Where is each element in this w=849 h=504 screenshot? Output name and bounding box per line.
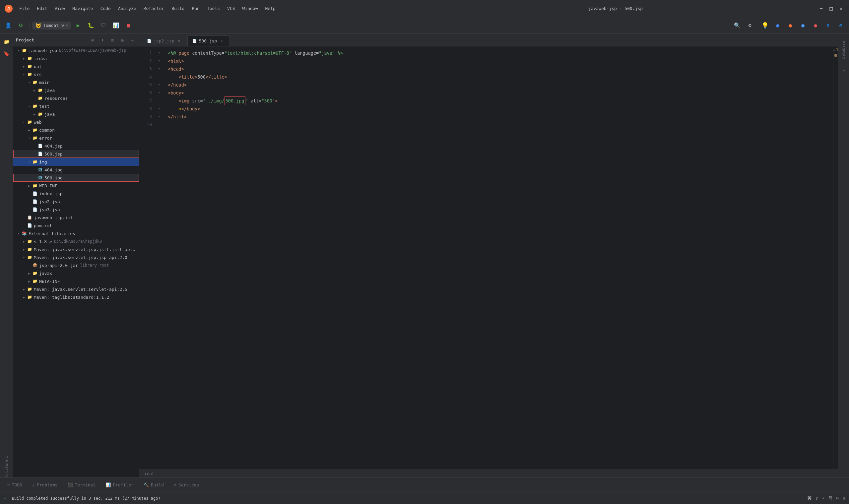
bookmark-icon[interactable]: 🔖 [1, 49, 12, 59]
panel-collapse-button[interactable]: ⬆ [98, 36, 106, 44]
stop-button[interactable]: ■ [123, 20, 134, 31]
code-line-9: </html> [168, 113, 828, 121]
tree-item-404jpg[interactable]: ▶ 🖼 404.jpg [13, 166, 139, 174]
menu-navigate[interactable]: Navigate [69, 5, 96, 12]
close-button[interactable]: ✕ [837, 5, 845, 13]
tree-item-img[interactable]: ▾ 📁 img [13, 158, 139, 166]
database-panel-label[interactable]: Database [842, 36, 846, 63]
panel-expand-button[interactable]: ≡ [108, 36, 116, 44]
bottom-tab-services[interactable]: ⚙ Services [169, 480, 204, 490]
tree-item-jspapi-jar[interactable]: ▶ 📦 jsp-api-2.0.jar library root [13, 261, 139, 269]
run-button[interactable]: ▶ [73, 20, 84, 31]
code-content[interactable]: <%@ page contentType="text/html;charset=… [163, 47, 833, 469]
run-configuration[interactable]: 🐱 Tomcat 9 ▼ [32, 21, 71, 30]
tree-item-main[interactable]: ▾ 📁 main [13, 78, 139, 86]
code-editor[interactable]: 1 2 3 4 5 6 7 8 9 10 ▾ ▾ ▾ ▾ ▾ ▾ [139, 47, 838, 469]
tree-item-iml[interactable]: ▶ 📋 javaweb-jsp.iml [13, 214, 139, 221]
bottom-tab-todo[interactable]: ≡ TODO [3, 480, 27, 490]
chrome-icon[interactable]: ● [772, 20, 783, 31]
minimize-button[interactable]: − [817, 5, 825, 13]
status-emoji[interactable]: ☺ [836, 496, 839, 501]
panel-close-button[interactable]: − [128, 36, 136, 44]
menu-code[interactable]: Code [97, 5, 114, 12]
tree-item-404jsp[interactable]: ▶ 📄 404.jsp [13, 142, 139, 150]
menu-analyze[interactable]: Analyze [115, 5, 140, 12]
status-settings[interactable]: ⚙ [843, 496, 845, 501]
status-dot[interactable]: • [822, 496, 824, 501]
bottom-tab-problems[interactable]: ⚠ Problems [28, 480, 62, 490]
intellij-icon[interactable]: 💡 [759, 20, 771, 31]
menu-file[interactable]: File [16, 5, 33, 12]
project-icon[interactable]: 📁 [1, 36, 12, 47]
status-music[interactable]: ♪ [815, 496, 818, 501]
tree-item-javax[interactable]: ▶ 📁 javax [13, 269, 139, 277]
vcs-update-icon[interactable]: ⟳ [15, 20, 26, 31]
edge-icon[interactable]: e [835, 20, 846, 31]
tree-item-ext-libs[interactable]: ▾ 📚 External Libraries [13, 230, 139, 237]
tree-item-webinf[interactable]: ▶ 📁 WEB-INF [13, 182, 139, 190]
menu-help[interactable]: Help [262, 5, 279, 12]
structure-sidebar-icon[interactable]: Structure [1, 464, 12, 475]
settings-button[interactable]: ⚙ [744, 20, 756, 31]
tree-item-error[interactable]: ▾ 📁 error [13, 134, 139, 142]
maven-panel-label[interactable]: m [842, 64, 846, 77]
tree-item-indexjsp[interactable]: ▶ 📄 index.jsp [13, 190, 139, 198]
tree-item-idea[interactable]: ▶ 📁 .idea [13, 54, 139, 62]
panel-locate-button[interactable]: ⊕ [89, 36, 96, 44]
tree-item-root[interactable]: ▾ 📁 javaweb-jsp E:\Software\IDEA\javaweb… [13, 47, 139, 54]
bottom-tab-terminal[interactable]: ⬛ Terminal [63, 480, 101, 490]
status-lang-english[interactable]: 英 [808, 496, 812, 501]
menu-tools[interactable]: Tools [204, 5, 223, 12]
status-lang-chinese[interactable]: 簡 [828, 496, 832, 501]
label-jspapi-jar: jsp-api-2.0.jar [39, 263, 78, 268]
bottom-tab-profiler[interactable]: 📊 Profiler [101, 480, 138, 490]
tree-item-maven-jstl[interactable]: ▶ 📁 Maven: javax.servlet.jsp.jstl:jstl-a… [13, 245, 139, 253]
tree-item-jsp2[interactable]: ▶ 📄 jsp2.jsp [13, 198, 139, 205]
bottom-tab-build[interactable]: 🔨 Build [139, 480, 168, 490]
tree-item-maven-taglibs[interactable]: ▶ 📁 Maven: taglibs:standard:1.1.2 [13, 293, 139, 301]
icon-jsp3: 📄 [32, 206, 38, 213]
menu-vcs[interactable]: VCS [224, 5, 238, 12]
tree-item-java-main[interactable]: ▶ 📁 java [13, 86, 139, 94]
menu-edit[interactable]: Edit [34, 5, 50, 12]
folder-icon-root: 📁 [21, 48, 27, 53]
tab-jsp2[interactable]: 📄 jsp2.jsp × [142, 35, 187, 46]
menu-run[interactable]: Run [188, 5, 203, 12]
tree-item-jdk[interactable]: ▶ 📁 < 1.8 > D:\JdkAndJre\hspjdk8 [13, 237, 139, 245]
tree-item-web[interactable]: ▾ 📁 web [13, 118, 139, 126]
tree-item-pom[interactable]: ▶ 📄 pom.xml [13, 221, 139, 230]
panel-settings-button[interactable]: ⚙ [119, 36, 126, 44]
toolbar: 👤 ⟳ 🐱 Tomcat 9 ▼ ▶ 🐛 🛡 📊 ■ 🔍 ⚙ 💡 ● ● ● ●… [0, 17, 849, 34]
safari-icon[interactable]: ● [797, 20, 809, 31]
menu-refactor[interactable]: Refactor [140, 5, 168, 12]
search-everywhere-button[interactable]: 🔍 [731, 20, 743, 31]
tree-item-maven-jsp[interactable]: ▾ 📁 Maven: javax.servlet.jsp:jsp-api:2.0 [13, 253, 139, 261]
project-tree[interactable]: ▾ 📁 javaweb-jsp E:\Software\IDEA\javaweb… [13, 47, 139, 478]
coverage-button[interactable]: 🛡 [98, 20, 109, 31]
tree-item-test[interactable]: ▾ 📁 test [13, 102, 139, 110]
tab-close-jsp2[interactable]: × [177, 38, 182, 44]
tree-item-java-test[interactable]: ▶ 📁 java [13, 110, 139, 118]
tree-item-common[interactable]: ▶ 📁 common [13, 126, 139, 134]
tree-item-src[interactable]: ▾ 📁 src [13, 70, 139, 78]
profile-run-button[interactable]: 📊 [110, 20, 122, 31]
menu-view[interactable]: View [51, 5, 68, 12]
tab-close-500jsp[interactable]: × [219, 38, 224, 44]
profile-icon[interactable]: 👤 [3, 20, 14, 31]
tree-item-out[interactable]: ▶ 📁 out [13, 62, 139, 70]
maximize-button[interactable]: □ [827, 5, 835, 13]
tab-500jsp[interactable]: 📄 500.jsp × [187, 35, 230, 46]
ie-icon[interactable]: e [823, 20, 834, 31]
menu-window[interactable]: Window [239, 5, 261, 12]
opera-icon[interactable]: ● [810, 20, 821, 31]
arrow-error: ▾ [26, 135, 32, 141]
firefox-icon[interactable]: ● [785, 20, 796, 31]
debug-button[interactable]: 🐛 [85, 20, 96, 31]
tree-item-500jpg[interactable]: ▶ 🖼 500.jpg [13, 174, 139, 182]
tree-item-jsp3[interactable]: ▶ 📄 jsp3.jsp [13, 205, 139, 214]
tree-item-500jsp[interactable]: ▶ 📄 500.jsp [13, 150, 139, 158]
tree-item-metainf[interactable]: ▶ 📁 META-INF [13, 277, 139, 285]
menu-build[interactable]: Build [168, 5, 188, 12]
tree-item-maven-servlet[interactable]: ▶ 📁 Maven: javax.servlet:servlet-api:2.5 [13, 285, 139, 293]
tree-item-resources[interactable]: ▶ 📁 resources [13, 94, 139, 102]
